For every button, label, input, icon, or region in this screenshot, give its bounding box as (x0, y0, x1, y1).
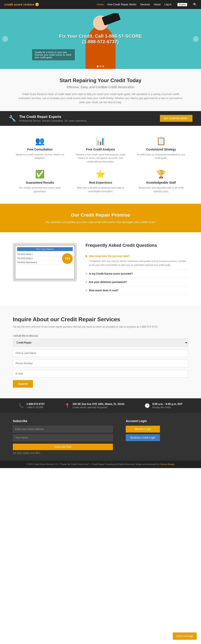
feature-title: Real Experience (73, 181, 127, 184)
promise-quote: "Our promise is to protect you from inac… (13, 220, 188, 224)
footer-bottom: Subscribe Subscribe Now Get latest updat… (0, 413, 201, 460)
faq-score-row-1: 724 FICO Score 1 (17, 252, 60, 256)
hero-dot-3[interactable] (102, 66, 104, 67)
business-login-button[interactable]: Business Credit Login (126, 434, 160, 441)
faq-item-1[interactable]: How long does the process take? Completi… (86, 252, 188, 270)
inquiry-section: Inquire About our Credit Repair Services… (0, 306, 201, 398)
inquiry-heading: Inquire About our Credit Repair Services (13, 316, 188, 323)
experts-subtitle: Professional Service. Results Guaranteed… (19, 120, 160, 122)
faq-section: FICO Score Reports 724 FICO Score 1 720 … (0, 232, 201, 306)
feature-title: Free Credit Analysis (73, 148, 127, 151)
site-logo: credit score restore 😊 (4, 2, 97, 6)
subscribe-heading: Subscribe (13, 419, 113, 423)
experts-banner: 🔧 The Credit Repair Experts Professional… (0, 111, 201, 126)
account-heading: Account Login (126, 419, 160, 423)
feature-title: Guaranteed Results (13, 181, 67, 184)
faq-answer-1: Completion rate may vary by client's ind… (86, 260, 188, 267)
feature-desc: Our results are proven and money back gu… (13, 186, 67, 193)
intro-heading: Start Repairing Your Credit Today (17, 78, 184, 84)
footer-address-text: 150 SE 2nd Ave STE 1001, Miami, FL 33131 (72, 402, 125, 406)
intro-body: Credit Score Restore's team of credit re… (17, 92, 184, 105)
features-grid: 👥 Free Consultation Speak to a credit co… (0, 126, 201, 204)
promise-section: Our Credit Repair Promise "Our promise i… (0, 204, 201, 232)
location-icon: 📍 (65, 403, 70, 408)
staff-icon: 🏆 (134, 170, 188, 179)
hero-dot-2[interactable] (100, 66, 101, 67)
subscribe-note: Get latest updates and offers. (13, 452, 113, 454)
subscribe-email-input[interactable] (13, 426, 113, 432)
feature-desc: Receive a free credit report that analyz… (73, 153, 127, 164)
inquiry-subtext: Fill out the form and one of our credit … (13, 325, 188, 329)
feature-desc: A credit clean up strategy personalized … (134, 153, 188, 160)
experience-icon: ⭐ (73, 170, 127, 179)
nav-about[interactable]: About (154, 3, 160, 6)
inquiry-email-field[interactable] (13, 370, 188, 378)
hero-dot-1[interactable] (97, 66, 99, 67)
search-icon[interactable]: 🔍 (193, 3, 197, 6)
faq-score-circle: 724 (62, 253, 73, 264)
faq-item-2[interactable]: Is my Credit Karma score accurate? (86, 270, 188, 278)
subscribe-name-input[interactable] (13, 434, 113, 441)
nav-login[interactable]: Log In (165, 3, 172, 6)
footer-phone: 📞 1-888-572-6737 1-888-57-SCORE (19, 402, 45, 408)
designer-link[interactable]: Gnome Design. (160, 463, 175, 466)
feature-customized-strategy: 📋 Customized Strategy A credit clean up … (134, 136, 188, 164)
nav-how[interactable]: How Credit Repair Works (107, 3, 136, 6)
nav-services[interactable]: Services (140, 3, 150, 6)
hero-dots (97, 66, 104, 67)
footer-hours: 🕐 9:00 a.m. - 6:00 p.m. EST Monday thru … (145, 402, 183, 408)
inquiry-phone-field[interactable] (13, 360, 188, 367)
faq-item-3[interactable]: Are your deletions permanent? (86, 278, 188, 286)
nav-home[interactable]: Home (97, 3, 103, 6)
inquiry-field-label: I would like to discuss: (13, 334, 188, 337)
footer-hours-text: 9:00 a.m. - 6:00 p.m. EST (153, 402, 183, 406)
footer-account-col: Account Login Member Login Business Cred… (126, 419, 160, 454)
faq-heading: Frequently Asked Credit Questions (86, 243, 188, 248)
intro-section: Start Repairing Your Credit Today Effect… (0, 69, 201, 111)
inquiry-submit-button[interactable]: Submit (13, 380, 33, 388)
inquiry-name-field[interactable] (13, 349, 188, 357)
feature-real-experience: ⭐ Real Experience With over a decade of … (73, 170, 127, 193)
nav-links: Home How Credit Repair Works Services Ab… (97, 3, 197, 6)
promise-title: Our Credit Repair Promise (13, 212, 188, 218)
footer-phone-score: 1-888-57-SCORE (26, 406, 45, 408)
feature-desc: With over a decade of repairing inaccura… (73, 186, 127, 193)
intro-subheading: Effective, Easy, and Credible Credit Res… (17, 85, 184, 89)
experts-title: The Credit Repair Experts (19, 115, 160, 119)
inquiry-dropdown[interactable]: Credit Repair Credit Analysis Consultati… (13, 338, 188, 347)
phone-icon: 📞 (19, 403, 24, 408)
feature-title: Free Consultation (13, 148, 67, 151)
faq-score-row-2: 720 FICO Score 2 (17, 256, 60, 260)
strategy-icon: 📋 (134, 136, 188, 146)
faq-dot (86, 281, 87, 283)
hero-section: ‹ Fix Your Credit, Call 1-888-57-SCORE (… (0, 9, 201, 69)
footer-hours-days: Monday thru Friday (153, 406, 183, 408)
footer-subscribe-col: Subscribe Subscribe Now Get latest updat… (13, 419, 113, 454)
feature-title: Customized Strategy (134, 148, 188, 151)
copyright-text: © 2021 Credit Score Restore, LLC. "Repai… (26, 463, 135, 466)
feature-free-credit-analysis: 📊 Free Credit Analysis Receive a free cr… (73, 136, 127, 164)
faq-item-4[interactable]: How much does it cost? (86, 286, 188, 295)
hero-text: Fix Your Credit, Call 1-888-57-SCORE (1-… (0, 34, 201, 44)
faq-laptop: FICO Score Reports 724 FICO Score 1 720 … (13, 243, 77, 282)
footer-info-bar: 📞 1-888-572-6737 1-888-57-SCORE 📍 150 SE… (0, 398, 201, 413)
hero-caption: Qualify for a home or auto loan. Improve… (32, 49, 75, 60)
get-started-button[interactable]: GET STARTED NOW > (160, 115, 193, 122)
faq-dot (86, 290, 87, 291)
faq-dot (86, 255, 87, 257)
subscribe-button[interactable]: Subscribe Now (13, 444, 113, 450)
language-selector[interactable]: English (178, 3, 187, 6)
faq-screen-title: FICO Score Reports (17, 247, 73, 251)
clock-icon: 🕐 (145, 403, 150, 408)
feature-knowledgeable-staff: 🏆 Knowledgeable Staff Responsive and edu… (134, 170, 188, 193)
credit-analysis-icon: 📊 (73, 136, 127, 146)
consultation-icon: 👥 (13, 136, 67, 146)
feature-desc: Responsive and educated staff on all cre… (134, 186, 188, 193)
faq-screen: FICO Score Reports 724 FICO Score 1 720 … (15, 245, 75, 279)
results-icon: ✅ (13, 170, 67, 179)
faq-laptop-image: FICO Score Reports 724 FICO Score 1 720 … (13, 243, 77, 282)
faq-score-row-3: 719 FICO Auto Score 5 (17, 260, 60, 264)
experts-icon: 🔧 (8, 115, 16, 122)
feature-title: Knowledgeable Staff (134, 181, 188, 184)
member-login-button[interactable]: Member Login (126, 426, 160, 432)
